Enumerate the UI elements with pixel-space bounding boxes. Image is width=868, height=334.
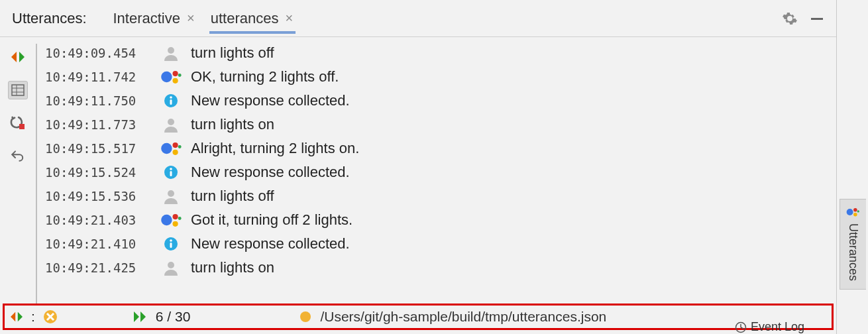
svg-rect-23 [170, 171, 172, 176]
toolbar [0, 41, 36, 304]
svg-marker-2 [19, 52, 25, 62]
svg-point-32 [168, 262, 174, 268]
log-message: Got it, turning off 2 lights. [191, 208, 353, 232]
log-message: turn lights off [191, 41, 274, 65]
rerun-failed-icon[interactable] [8, 114, 28, 133]
user-icon [159, 259, 183, 276]
svg-point-44 [847, 209, 853, 215]
tab-utterances-label: utterances [211, 10, 279, 27]
svg-marker-38 [134, 311, 139, 322]
fast-forward-icon[interactable] [133, 311, 148, 323]
svg-point-28 [178, 217, 182, 220]
svg-point-26 [172, 214, 178, 219]
log-message: New response collected. [191, 232, 350, 256]
svg-point-18 [172, 142, 178, 148]
assistant-icon [159, 139, 183, 158]
log-row: 10:49:11.773turn lights on [45, 113, 836, 137]
svg-rect-3 [12, 85, 24, 95]
log-message: turn lights on [191, 256, 274, 280]
svg-point-16 [168, 119, 174, 125]
info-icon [159, 93, 183, 109]
svg-marker-34 [18, 312, 23, 321]
info-icon [159, 236, 183, 252]
status-bar: : 6 / 30 /Users/git/gh-sample/build/tmp/… [3, 304, 834, 330]
svg-rect-15 [170, 99, 172, 105]
log-timestamp: 10:49:11.750 [45, 89, 151, 113]
tab-interactive-label: Interactive [113, 10, 181, 27]
svg-line-43 [741, 327, 743, 329]
svg-point-19 [172, 150, 178, 155]
side-tab-label: Utterances [846, 223, 860, 281]
log-row: 10:49:21.425turn lights on [45, 256, 836, 280]
svg-point-46 [853, 213, 857, 217]
svg-point-20 [178, 145, 182, 148]
svg-point-11 [172, 78, 178, 84]
svg-rect-31 [170, 243, 172, 248]
log-message: New response collected. [191, 89, 350, 113]
log-row: 10:49:09.454turn lights off [45, 41, 836, 65]
tab-list: Interactive × utterances × [112, 3, 296, 34]
log-row: 10:49:15.517Alright, turning 2 lights on… [45, 137, 836, 160]
layout-icon[interactable] [8, 81, 28, 99]
svg-point-12 [178, 74, 182, 77]
svg-point-10 [172, 71, 178, 76]
svg-marker-1 [11, 52, 17, 62]
side-panel: Utterances [836, 0, 868, 334]
svg-point-27 [172, 221, 178, 227]
gear-icon[interactable] [782, 11, 798, 27]
status-progress: 6 / 30 [156, 309, 191, 325]
user-icon [159, 116, 183, 133]
svg-point-22 [170, 168, 172, 170]
log-message: turn lights off [191, 184, 274, 208]
log-message: turn lights on [191, 113, 274, 137]
log-list[interactable]: 10:49:09.454turn lights off10:49:11.742O… [45, 41, 836, 304]
log-row: 10:49:15.524New response collected. [45, 160, 836, 184]
status-path: /Users/git/gh-sample/build/tmp/utterance… [320, 309, 606, 325]
info-icon [159, 164, 183, 180]
status-dot-icon [299, 310, 312, 323]
svg-point-14 [170, 96, 172, 99]
svg-rect-0 [811, 18, 823, 20]
log-row: 10:49:11.742OK, turning 2 lights off. [45, 65, 836, 89]
svg-marker-33 [11, 312, 15, 321]
svg-point-24 [168, 190, 174, 197]
svg-point-17 [161, 143, 172, 154]
event-log-label: Event Log [751, 320, 804, 334]
svg-marker-39 [140, 311, 146, 322]
close-icon[interactable]: × [186, 11, 196, 26]
collapse-expand-icon[interactable] [10, 311, 23, 323]
log-timestamp: 10:49:15.536 [45, 184, 151, 208]
log-timestamp: 10:49:09.454 [45, 41, 151, 65]
log-message: New response collected. [191, 160, 350, 184]
warning-icon [43, 309, 58, 324]
log-timestamp: 10:49:11.773 [45, 113, 151, 137]
tab-interactive[interactable]: Interactive × [112, 3, 197, 34]
svg-point-8 [168, 47, 174, 54]
log-row: 10:49:11.750New response collected. [45, 89, 836, 113]
assistant-icon [159, 211, 183, 229]
svg-point-25 [161, 215, 172, 225]
user-icon [159, 188, 183, 205]
side-tab-utterances[interactable]: Utterances [840, 199, 866, 290]
close-icon[interactable]: × [284, 11, 294, 26]
log-message: OK, turning 2 lights off. [191, 65, 339, 89]
log-timestamp: 10:49:21.403 [45, 208, 151, 232]
user-icon [159, 44, 183, 62]
log-row: 10:49:21.410New response collected. [45, 232, 836, 256]
assistant-icon [159, 68, 183, 86]
svg-point-47 [857, 210, 859, 212]
svg-rect-7 [19, 124, 25, 129]
undo-icon[interactable] [8, 147, 28, 166]
log-row: 10:49:21.403Got it, turning off 2 lights… [45, 208, 836, 232]
log-timestamp: 10:49:21.425 [45, 256, 151, 280]
svg-point-30 [170, 239, 172, 242]
tab-utterances[interactable]: utterances × [209, 3, 296, 34]
header-bar: Utterances: Interactive × utterances × [0, 0, 836, 37]
collapse-expand-icon[interactable] [8, 48, 28, 66]
log-timestamp: 10:49:11.742 [45, 65, 151, 89]
minimize-icon[interactable] [810, 11, 824, 26]
event-log-button[interactable]: Event Log [735, 320, 804, 334]
svg-point-40 [300, 311, 311, 322]
svg-point-9 [161, 72, 172, 82]
status-colon: : [31, 309, 35, 325]
